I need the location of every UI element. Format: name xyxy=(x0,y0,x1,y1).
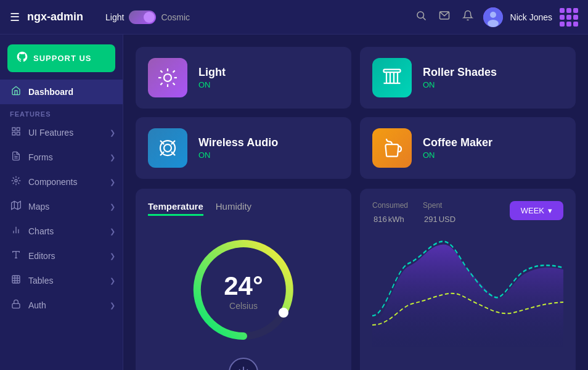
components-icon xyxy=(10,176,22,188)
consumed-value: 816kWh xyxy=(372,210,408,226)
forms-icon xyxy=(10,151,22,163)
tables-icon xyxy=(10,274,22,287)
wireless-audio-card-title: Wireless Audio xyxy=(198,136,278,149)
power-button[interactable] xyxy=(229,358,258,370)
coffee-maker-card-title: Coffee Maker xyxy=(423,136,492,149)
svg-point-42 xyxy=(164,144,171,152)
temperature-panel: Temperature Humidity xyxy=(136,189,351,370)
svg-line-30 xyxy=(160,70,162,72)
svg-point-27 xyxy=(164,74,171,81)
tab-humidity[interactable]: Humidity xyxy=(216,201,251,216)
github-icon xyxy=(16,51,28,66)
theme-toggle-pill[interactable] xyxy=(129,10,156,24)
sidebar-ui-features-label: UI Features xyxy=(28,128,73,138)
svg-rect-7 xyxy=(17,128,20,131)
week-label: WEEK xyxy=(521,206,544,215)
support-label: SUPPORT US xyxy=(33,54,92,63)
chevron-right-icon-4: ❯ xyxy=(110,203,115,211)
sidebar-item-ui-features[interactable]: UI Features ❯ xyxy=(0,120,123,145)
tab-temperature[interactable]: Temperature xyxy=(148,201,203,216)
chevron-right-icon-3: ❯ xyxy=(110,178,115,186)
svg-point-45 xyxy=(279,308,288,318)
svg-point-5 xyxy=(488,20,499,27)
sidebar-tables-label: Tables xyxy=(28,276,53,286)
svg-rect-26 xyxy=(12,303,20,308)
sidebar-auth-label: Auth xyxy=(28,300,46,310)
energy-chart xyxy=(372,236,563,347)
week-selector-button[interactable]: WEEK ▾ xyxy=(510,201,563,220)
sidebar-item-forms[interactable]: Forms ❯ xyxy=(0,145,123,170)
temperature-tabs: Temperature Humidity xyxy=(148,201,339,216)
light-icon-wrap xyxy=(148,58,187,97)
wireless-audio-icon-wrap xyxy=(148,128,187,168)
sidebar-components-label: Components xyxy=(28,177,77,187)
features-section-label: FEATURES xyxy=(0,104,123,120)
support-button[interactable]: SUPPORT US xyxy=(7,44,115,72)
svg-rect-36 xyxy=(384,70,401,73)
coffee-maker-icon-wrap xyxy=(372,128,412,168)
svg-marker-13 xyxy=(12,201,21,209)
main-content: Light ON Roller Shades xyxy=(123,35,588,370)
apps-grid-icon[interactable] xyxy=(560,8,578,27)
light-card-info: Light ON xyxy=(198,66,226,89)
sidebar-item-tables[interactable]: Tables ❯ xyxy=(0,268,123,293)
roller-shades-icon-wrap xyxy=(372,58,412,97)
svg-line-31 xyxy=(173,83,174,84)
roller-shades-card-title: Roller Shades xyxy=(423,66,497,79)
sidebar-editors-label: Editors xyxy=(28,251,55,261)
topnav: ☰ ngx-admin Light Cosmic Nick Jones xyxy=(0,0,588,35)
maps-icon xyxy=(10,200,22,213)
sidebar-maps-label: Maps xyxy=(28,202,49,212)
wireless-audio-card[interactable]: Wireless Audio ON xyxy=(136,117,351,179)
sidebar-item-dashboard[interactable]: Dashboard xyxy=(0,80,123,104)
toggle-dot xyxy=(144,12,155,23)
sidebar-item-components[interactable]: Components ❯ xyxy=(0,170,123,194)
charts-icon xyxy=(10,225,22,237)
svg-rect-9 xyxy=(12,132,15,135)
home-icon xyxy=(10,86,22,98)
chart-svg xyxy=(372,236,563,347)
svg-line-35 xyxy=(173,70,174,72)
svg-point-12 xyxy=(15,179,17,182)
chevron-down-icon: ▾ xyxy=(548,206,552,215)
coffee-maker-card-info: Coffee Maker ON xyxy=(423,136,492,160)
search-icon[interactable] xyxy=(413,7,429,27)
sidebar-item-editors[interactable]: Editors ❯ xyxy=(0,244,123,268)
light-card-title: Light xyxy=(198,66,226,79)
svg-rect-21 xyxy=(12,276,20,283)
spent-label: Spent xyxy=(423,201,455,210)
brand-logo: ngx-admin xyxy=(27,10,83,23)
light-card[interactable]: Light ON xyxy=(136,47,351,109)
wireless-audio-card-status: ON xyxy=(198,150,278,160)
consumed-label: Consumed xyxy=(372,201,408,210)
energy-header: Consumed 816kWh Spent 291USD xyxy=(372,201,563,226)
coffee-maker-card[interactable]: Coffee Maker ON xyxy=(360,117,576,179)
sidebar-item-maps[interactable]: Maps ❯ xyxy=(0,194,123,219)
coffee-maker-card-status: ON xyxy=(423,150,492,160)
svg-rect-8 xyxy=(17,132,20,135)
bell-icon[interactable] xyxy=(460,7,476,27)
roller-shades-card-status: ON xyxy=(423,80,497,89)
chevron-right-icon: ❯ xyxy=(110,129,115,137)
smart-cards-grid: Light ON Roller Shades xyxy=(136,47,576,179)
editors-icon xyxy=(10,250,22,262)
mail-icon[interactable] xyxy=(436,7,452,27)
hamburger-icon[interactable]: ☰ xyxy=(10,10,20,24)
spent-value: 291USD xyxy=(423,210,455,226)
sidebar-item-auth[interactable]: Auth ❯ xyxy=(0,293,123,318)
sidebar-dashboard-label: Dashboard xyxy=(28,87,73,97)
svg-rect-6 xyxy=(12,128,15,131)
theme-light-label: Light xyxy=(105,12,124,22)
chevron-right-icon-5: ❯ xyxy=(110,228,115,236)
svg-line-1 xyxy=(423,17,425,20)
light-card-status: ON xyxy=(198,80,226,89)
consumed-stat: Consumed 816kWh xyxy=(372,201,408,226)
sidebar: SUPPORT US Dashboard FEATURES UI Feature… xyxy=(0,35,123,370)
avatar xyxy=(483,7,503,27)
temperature-gauge: 24° Celsius xyxy=(148,228,339,352)
sidebar-item-charts[interactable]: Charts ❯ xyxy=(0,219,123,244)
theme-toggle[interactable]: Light Cosmic xyxy=(105,10,190,24)
ui-features-icon xyxy=(10,126,22,139)
chevron-right-icon-8: ❯ xyxy=(110,302,115,310)
roller-shades-card[interactable]: Roller Shades ON xyxy=(360,47,576,109)
